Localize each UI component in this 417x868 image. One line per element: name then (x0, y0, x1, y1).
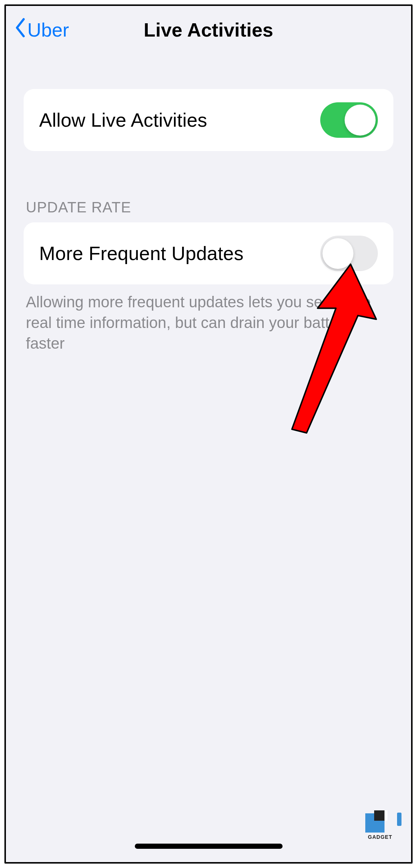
chevron-left-icon (15, 18, 26, 42)
settings-screen: Uber Live Activities Allow Live Activiti… (4, 4, 413, 864)
row-more-frequent-updates: More Frequent Updates (24, 222, 393, 284)
row-allow-live-activities: Allow Live Activities (24, 89, 393, 151)
toggle-knob (322, 238, 353, 269)
section-allow-live-activities: Allow Live Activities (24, 89, 393, 151)
toggle-more-frequent-updates[interactable] (320, 236, 378, 271)
watermark-logo: GADGET (365, 810, 395, 840)
section-footer-update-rate: Allowing more frequent updates lets you … (24, 284, 393, 354)
nav-bar: Uber Live Activities (6, 6, 411, 54)
watermark-text: GADGET (368, 834, 392, 840)
back-button[interactable]: Uber (15, 6, 69, 54)
section-header-update-rate: UPDATE RATE (24, 199, 393, 222)
toggle-knob (345, 105, 376, 136)
back-label: Uber (27, 19, 69, 41)
row-label: Allow Live Activities (39, 109, 207, 131)
toggle-allow-live-activities[interactable] (320, 102, 378, 138)
section-update-rate: More Frequent Updates (24, 222, 393, 284)
home-indicator[interactable] (135, 844, 283, 849)
row-label: More Frequent Updates (39, 242, 243, 264)
page-title: Live Activities (144, 19, 273, 41)
